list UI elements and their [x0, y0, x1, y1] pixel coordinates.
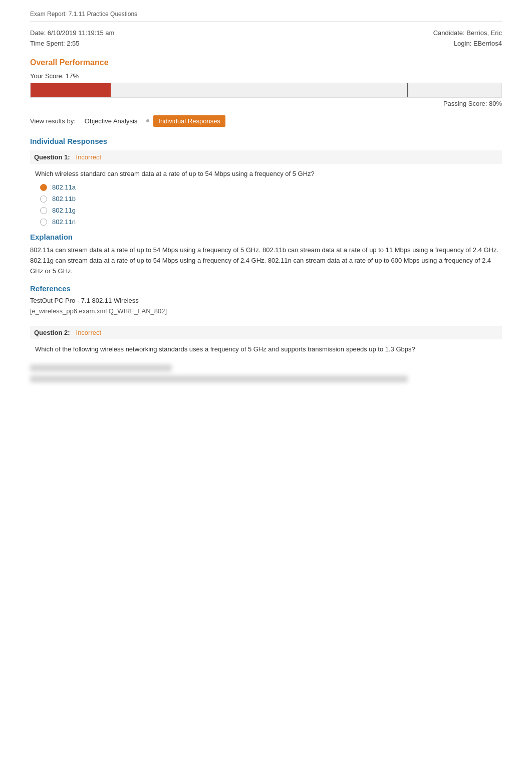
- question1-status: Incorrect: [76, 153, 102, 161]
- meta-row: Date: 6/10/2019 11:19:15 am Time Spent: …: [30, 28, 502, 49]
- answer-text-c: 802.11g: [52, 207, 76, 214]
- question1-label: Question 1:: [34, 153, 70, 161]
- answer-radio-d: [40, 219, 47, 226]
- score-area: Your Score: 17% Passing Score: 80%: [30, 72, 502, 107]
- passing-score-label: Passing Score: 80%: [30, 100, 502, 107]
- answer-item-c[interactable]: 802.11g: [40, 207, 502, 214]
- answer-text-a: 802.11a: [52, 183, 76, 191]
- overall-performance-title: Overall Performance: [30, 58, 502, 67]
- question1-header: Question 1: Incorrect: [30, 150, 502, 164]
- your-score: Your Score: 17%: [30, 72, 502, 80]
- tab-objective-analysis[interactable]: Objective Analysis: [80, 115, 143, 127]
- meta-left: Date: 6/10/2019 11:19:15 am Time Spent: …: [30, 28, 114, 49]
- answer-text-d: 802.11n: [52, 218, 76, 226]
- candidate-name: Candidate: Berrios, Eric: [433, 28, 502, 39]
- question2-label: Question 2:: [34, 329, 70, 336]
- question2-header: Question 2: Incorrect: [30, 326, 502, 339]
- answer-item-b[interactable]: 802.11b: [40, 195, 502, 203]
- page-header-title: Exam Report: 7.1.11 Practice Questions: [30, 11, 137, 18]
- reference-line2: [e_wireless_pp6.exam.xml Q_WIRE_LAN_802]: [30, 306, 502, 317]
- page-header: Exam Report: 7.1.11 Practice Questions: [30, 10, 502, 22]
- login-name: Login: EBerrios4: [433, 39, 502, 49]
- answer-text-b: 802.11b: [52, 195, 76, 203]
- reference-line1: TestOut PC Pro - 7.1 802.11 Wireless: [30, 296, 502, 306]
- references-content: TestOut PC Pro - 7.1 802.11 Wireless [e_…: [30, 296, 502, 317]
- references-title: References: [30, 284, 502, 293]
- answer-list: 802.11a 802.11b 802.11g 802.11n: [40, 183, 502, 226]
- score-bar-container: [30, 83, 502, 98]
- view-results-row: View results by: Objective Analysis Indi…: [30, 115, 502, 127]
- answer-radio-b: [40, 196, 47, 203]
- answer-radio-a: [40, 184, 47, 191]
- exam-date: Date: 6/10/2019 11:19:15 am: [30, 28, 114, 39]
- tab-separator: [146, 119, 149, 122]
- question2-status: Incorrect: [76, 329, 102, 336]
- question2-text: Which of the following wireless networki…: [35, 344, 502, 354]
- answer-item-a[interactable]: 802.11a: [40, 183, 502, 191]
- meta-right: Candidate: Berrios, Eric Login: EBerrios…: [433, 28, 502, 49]
- individual-responses-title: Individual Responses: [30, 137, 502, 145]
- view-results-label: View results by:: [30, 117, 76, 125]
- blurred-answer-area: [30, 364, 502, 382]
- passing-line: [407, 83, 408, 97]
- explanation-text: 802.11a can stream data at a rate of up …: [30, 245, 502, 276]
- explanation-title: Explanation: [30, 233, 502, 241]
- blurred-bar-1: [30, 364, 172, 371]
- score-bar-fill: [31, 83, 111, 97]
- answer-item-d[interactable]: 802.11n: [40, 218, 502, 226]
- question1-text: Which wireless standard can stream data …: [35, 169, 502, 179]
- answer-radio-c: [40, 207, 47, 214]
- time-spent: Time Spent: 2:55: [30, 39, 114, 49]
- tab-individual-responses[interactable]: Individual Responses: [153, 115, 225, 127]
- blurred-bar-2: [30, 375, 408, 382]
